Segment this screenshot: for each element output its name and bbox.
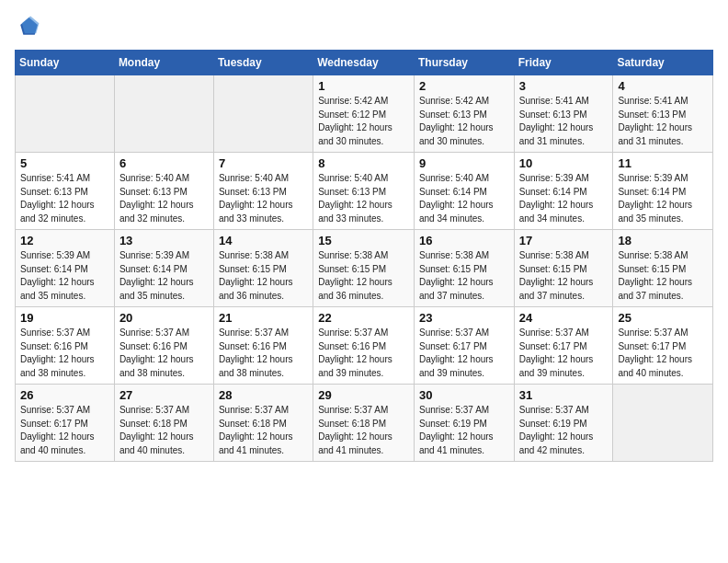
weekday-header-wednesday: Wednesday bbox=[313, 51, 415, 75]
day-number: 31 bbox=[519, 388, 609, 402]
logo bbox=[15, 15, 44, 40]
weekday-header-saturday: Saturday bbox=[613, 51, 713, 75]
day-info: Sunrise: 5:37 AM Sunset: 6:17 PM Dayligh… bbox=[519, 327, 609, 380]
week-row-2: 5Sunrise: 5:41 AM Sunset: 6:13 PM Daylig… bbox=[16, 153, 713, 230]
day-info: Sunrise: 5:41 AM Sunset: 6:13 PM Dayligh… bbox=[20, 172, 109, 225]
day-number: 30 bbox=[419, 388, 509, 402]
day-number: 6 bbox=[119, 156, 209, 170]
calendar-cell: 8Sunrise: 5:40 AM Sunset: 6:13 PM Daylig… bbox=[313, 153, 415, 230]
calendar-cell: 11Sunrise: 5:39 AM Sunset: 6:14 PM Dayli… bbox=[613, 153, 713, 230]
calendar-cell: 23Sunrise: 5:37 AM Sunset: 6:17 PM Dayli… bbox=[414, 307, 514, 385]
calendar-cell: 17Sunrise: 5:38 AM Sunset: 6:15 PM Dayli… bbox=[514, 230, 613, 307]
day-info: Sunrise: 5:40 AM Sunset: 6:13 PM Dayligh… bbox=[318, 172, 409, 225]
calendar-cell: 2Sunrise: 5:42 AM Sunset: 6:13 PM Daylig… bbox=[414, 75, 514, 153]
day-info: Sunrise: 5:40 AM Sunset: 6:14 PM Dayligh… bbox=[419, 172, 509, 225]
calendar-cell: 24Sunrise: 5:37 AM Sunset: 6:17 PM Dayli… bbox=[514, 307, 613, 385]
day-number: 1 bbox=[318, 79, 409, 93]
calendar-cell: 1Sunrise: 5:42 AM Sunset: 6:12 PM Daylig… bbox=[313, 75, 415, 153]
calendar-cell: 21Sunrise: 5:37 AM Sunset: 6:16 PM Dayli… bbox=[213, 307, 313, 385]
day-number: 26 bbox=[20, 388, 109, 402]
day-number: 19 bbox=[20, 311, 109, 325]
calendar-table: SundayMondayTuesdayWednesdayThursdayFrid… bbox=[15, 50, 713, 462]
day-info: Sunrise: 5:37 AM Sunset: 6:16 PM Dayligh… bbox=[119, 327, 209, 380]
day-number: 2 bbox=[419, 79, 509, 93]
weekday-header-sunday: Sunday bbox=[16, 51, 115, 75]
day-info: Sunrise: 5:37 AM Sunset: 6:18 PM Dayligh… bbox=[318, 404, 409, 457]
day-info: Sunrise: 5:40 AM Sunset: 6:13 PM Dayligh… bbox=[219, 172, 308, 225]
calendar-cell: 7Sunrise: 5:40 AM Sunset: 6:13 PM Daylig… bbox=[213, 153, 313, 230]
calendar-cell: 16Sunrise: 5:38 AM Sunset: 6:15 PM Dayli… bbox=[414, 230, 514, 307]
day-info: Sunrise: 5:40 AM Sunset: 6:13 PM Dayligh… bbox=[119, 172, 209, 225]
calendar-cell: 9Sunrise: 5:40 AM Sunset: 6:14 PM Daylig… bbox=[414, 153, 514, 230]
calendar-cell: 28Sunrise: 5:37 AM Sunset: 6:18 PM Dayli… bbox=[213, 385, 313, 462]
calendar-cell: 6Sunrise: 5:40 AM Sunset: 6:13 PM Daylig… bbox=[114, 153, 213, 230]
day-info: Sunrise: 5:38 AM Sunset: 6:15 PM Dayligh… bbox=[318, 249, 409, 303]
day-number: 29 bbox=[318, 388, 409, 402]
weekday-header-tuesday: Tuesday bbox=[213, 51, 313, 75]
day-number: 12 bbox=[20, 234, 109, 247]
week-row-4: 19Sunrise: 5:37 AM Sunset: 6:16 PM Dayli… bbox=[16, 307, 713, 385]
calendar-cell: 26Sunrise: 5:37 AM Sunset: 6:17 PM Dayli… bbox=[16, 385, 115, 462]
logo-icon bbox=[15, 15, 40, 40]
day-info: Sunrise: 5:38 AM Sunset: 6:15 PM Dayligh… bbox=[219, 249, 308, 303]
page-header bbox=[15, 15, 713, 40]
calendar-cell: 29Sunrise: 5:37 AM Sunset: 6:18 PM Dayli… bbox=[313, 385, 415, 462]
day-number: 20 bbox=[119, 311, 209, 325]
day-number: 24 bbox=[519, 311, 609, 325]
day-info: Sunrise: 5:38 AM Sunset: 6:15 PM Dayligh… bbox=[618, 249, 708, 303]
calendar-cell: 10Sunrise: 5:39 AM Sunset: 6:14 PM Dayli… bbox=[514, 153, 613, 230]
calendar-cell: 20Sunrise: 5:37 AM Sunset: 6:16 PM Dayli… bbox=[114, 307, 213, 385]
day-info: Sunrise: 5:42 AM Sunset: 6:13 PM Dayligh… bbox=[419, 95, 509, 148]
calendar-cell: 15Sunrise: 5:38 AM Sunset: 6:15 PM Dayli… bbox=[313, 230, 415, 307]
day-info: Sunrise: 5:37 AM Sunset: 6:16 PM Dayligh… bbox=[318, 327, 409, 380]
day-info: Sunrise: 5:37 AM Sunset: 6:18 PM Dayligh… bbox=[119, 404, 209, 457]
calendar-cell: 18Sunrise: 5:38 AM Sunset: 6:15 PM Dayli… bbox=[613, 230, 713, 307]
day-number: 3 bbox=[519, 79, 609, 93]
day-info: Sunrise: 5:38 AM Sunset: 6:15 PM Dayligh… bbox=[519, 249, 609, 303]
day-number: 14 bbox=[219, 234, 308, 247]
calendar-cell: 4Sunrise: 5:41 AM Sunset: 6:13 PM Daylig… bbox=[613, 75, 713, 153]
day-number: 22 bbox=[318, 311, 409, 325]
day-info: Sunrise: 5:39 AM Sunset: 6:14 PM Dayligh… bbox=[618, 172, 708, 225]
day-info: Sunrise: 5:41 AM Sunset: 6:13 PM Dayligh… bbox=[519, 95, 609, 148]
calendar-cell bbox=[114, 75, 213, 153]
calendar-cell bbox=[613, 385, 713, 462]
day-number: 5 bbox=[20, 156, 109, 170]
day-number: 23 bbox=[419, 311, 509, 325]
calendar-cell: 13Sunrise: 5:39 AM Sunset: 6:14 PM Dayli… bbox=[114, 230, 213, 307]
day-number: 11 bbox=[618, 156, 708, 170]
day-number: 17 bbox=[519, 234, 609, 247]
day-number: 13 bbox=[119, 234, 209, 247]
day-info: Sunrise: 5:39 AM Sunset: 6:14 PM Dayligh… bbox=[119, 249, 209, 303]
day-number: 18 bbox=[618, 234, 708, 247]
day-info: Sunrise: 5:37 AM Sunset: 6:17 PM Dayligh… bbox=[419, 327, 509, 380]
calendar-cell: 27Sunrise: 5:37 AM Sunset: 6:18 PM Dayli… bbox=[114, 385, 213, 462]
day-number: 28 bbox=[219, 388, 308, 402]
day-info: Sunrise: 5:37 AM Sunset: 6:17 PM Dayligh… bbox=[618, 327, 708, 380]
day-info: Sunrise: 5:41 AM Sunset: 6:13 PM Dayligh… bbox=[618, 95, 708, 148]
calendar-cell: 5Sunrise: 5:41 AM Sunset: 6:13 PM Daylig… bbox=[16, 153, 115, 230]
day-info: Sunrise: 5:39 AM Sunset: 6:14 PM Dayligh… bbox=[519, 172, 609, 225]
day-info: Sunrise: 5:37 AM Sunset: 6:16 PM Dayligh… bbox=[20, 327, 109, 380]
day-number: 4 bbox=[618, 79, 708, 93]
day-number: 27 bbox=[119, 388, 209, 402]
day-info: Sunrise: 5:38 AM Sunset: 6:15 PM Dayligh… bbox=[419, 249, 509, 303]
day-number: 15 bbox=[318, 234, 409, 247]
day-number: 25 bbox=[618, 311, 708, 325]
day-number: 16 bbox=[419, 234, 509, 247]
week-row-5: 26Sunrise: 5:37 AM Sunset: 6:17 PM Dayli… bbox=[16, 385, 713, 462]
day-info: Sunrise: 5:37 AM Sunset: 6:19 PM Dayligh… bbox=[519, 404, 609, 457]
week-row-3: 12Sunrise: 5:39 AM Sunset: 6:14 PM Dayli… bbox=[16, 230, 713, 307]
day-number: 10 bbox=[519, 156, 609, 170]
calendar-cell bbox=[16, 75, 115, 153]
day-number: 9 bbox=[419, 156, 509, 170]
calendar-cell bbox=[213, 75, 313, 153]
day-number: 8 bbox=[318, 156, 409, 170]
day-info: Sunrise: 5:42 AM Sunset: 6:12 PM Dayligh… bbox=[318, 95, 409, 148]
calendar-cell: 19Sunrise: 5:37 AM Sunset: 6:16 PM Dayli… bbox=[16, 307, 115, 385]
day-info: Sunrise: 5:37 AM Sunset: 6:16 PM Dayligh… bbox=[219, 327, 308, 380]
weekday-header-monday: Monday bbox=[114, 51, 213, 75]
calendar-cell: 31Sunrise: 5:37 AM Sunset: 6:19 PM Dayli… bbox=[514, 385, 613, 462]
svg-marker-1 bbox=[22, 17, 40, 34]
calendar-cell: 3Sunrise: 5:41 AM Sunset: 6:13 PM Daylig… bbox=[514, 75, 613, 153]
